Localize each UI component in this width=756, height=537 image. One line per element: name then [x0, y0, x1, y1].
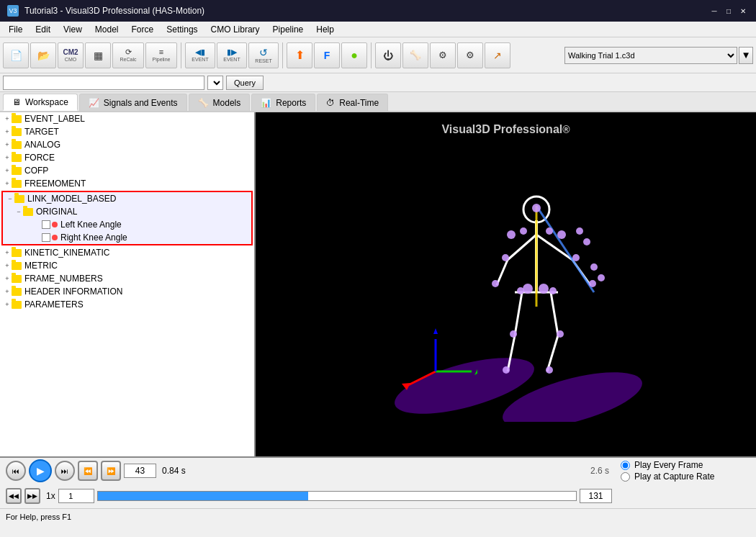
arrow-button[interactable]: ↗: [485, 42, 510, 68]
ff-end-button[interactable]: ⏭: [55, 461, 75, 481]
capture-rate-radio[interactable]: [621, 472, 630, 482]
recalc-button[interactable]: ⟳ ReCalc: [112, 42, 144, 68]
expander-force[interactable]: +: [3, 153, 12, 162]
frame-input[interactable]: [58, 489, 94, 503]
force-blob-button[interactable]: ●: [341, 42, 367, 68]
play-button[interactable]: ▶: [29, 459, 52, 482]
new-button[interactable]: 📄: [3, 42, 29, 68]
menu-edit[interactable]: Edit: [30, 23, 56, 36]
tree-item-original[interactable]: − ORIGINAL: [3, 205, 251, 218]
label-kinetic-kinematic: KINETIC_KINEMATIC: [24, 248, 109, 258]
event-prev-button[interactable]: ◀▮ EVENT: [185, 42, 215, 68]
expander-analog[interactable]: +: [3, 140, 12, 149]
menu-model[interactable]: Model: [89, 23, 125, 36]
tab-models[interactable]: 🦴 Models: [189, 94, 251, 111]
skeleton-button[interactable]: 🦴: [402, 42, 428, 68]
tree-item-link-model-based[interactable]: − LINK_MODEL_BASED: [3, 192, 251, 205]
app-icon: V3: [7, 5, 19, 17]
force-up-button[interactable]: ⬆: [287, 42, 312, 68]
expander-kinetic[interactable]: +: [3, 248, 12, 257]
expander-original[interactable]: −: [14, 207, 23, 216]
tab-workspace[interactable]: 🖥 Workspace: [3, 94, 78, 111]
recalc-label: ReCalc: [120, 57, 137, 62]
step-back-button[interactable]: ⏪: [78, 461, 98, 481]
expander-cofp[interactable]: +: [3, 166, 12, 175]
svg-point-28: [549, 287, 557, 294]
menu-pipeline[interactable]: Pipeline: [267, 23, 310, 36]
svg-line-15: [551, 292, 558, 335]
checkbox-left-knee[interactable]: [42, 220, 50, 229]
expander-metric[interactable]: +: [3, 261, 12, 270]
query-type-select[interactable]: [207, 76, 223, 90]
expander-freemoment[interactable]: +: [3, 179, 12, 188]
svg-point-26: [589, 280, 596, 287]
tree-item-freemoment[interactable]: + FREEMOMENT: [0, 177, 254, 190]
tree-item-frame-numbers[interactable]: + FRAME_NUMBERS: [0, 272, 254, 285]
menu-view[interactable]: View: [58, 23, 88, 36]
step-forward-small-button[interactable]: ▶▶: [24, 488, 40, 504]
step-back-small-button[interactable]: ◀◀: [6, 488, 22, 504]
menu-help[interactable]: Help: [310, 23, 340, 36]
menu-cmo-library[interactable]: CMO Library: [205, 23, 266, 36]
settings-right-button[interactable]: ⚙: [457, 42, 483, 68]
tab-signals[interactable]: 📈 Signals and Events: [79, 94, 187, 111]
checkbox-right-knee[interactable]: [42, 233, 50, 242]
svg-line-11: [536, 235, 572, 260]
tree-item-cofp[interactable]: + COFP: [0, 164, 254, 177]
expander-header-info[interactable]: +: [3, 287, 12, 296]
folder-metric: [12, 262, 22, 270]
models-tab-label: Models: [213, 98, 241, 108]
step-forward-button[interactable]: ⏩: [101, 461, 121, 481]
menu-force[interactable]: Force: [126, 23, 160, 36]
every-frame-radio[interactable]: [621, 461, 630, 470]
file-dropdown[interactable]: Walking Trial 1.c3d: [564, 47, 737, 64]
power-button[interactable]: ⏻: [375, 42, 401, 68]
reset-button[interactable]: ↺ RESET: [248, 42, 279, 68]
tree-item-parameters[interactable]: + PARAMETERS: [0, 298, 254, 311]
expander-event-label[interactable]: +: [3, 114, 12, 123]
cmo-button[interactable]: CM2 CMO: [58, 42, 84, 68]
force-f-button[interactable]: F: [314, 42, 340, 68]
tree-item-event-label[interactable]: + EVENT_LABEL: [0, 112, 254, 125]
file-dropdown-btn[interactable]: ▼: [739, 47, 753, 64]
query-button[interactable]: Query: [226, 76, 264, 90]
menu-file[interactable]: File: [3, 23, 28, 36]
svg-point-38: [590, 263, 598, 271]
expander-frame-numbers[interactable]: +: [3, 274, 12, 283]
label-metric: METRIC: [24, 261, 58, 271]
expander-target[interactable]: +: [3, 127, 12, 136]
minimize-button[interactable]: ─: [708, 5, 720, 17]
cmo-icon: CM2: [63, 48, 78, 56]
expander-link-model-based[interactable]: −: [6, 194, 14, 203]
speed-display: 1x: [46, 491, 55, 501]
menu-settings[interactable]: Settings: [161, 23, 203, 36]
close-button[interactable]: ✕: [737, 5, 749, 17]
realtime-tab-label: Real-Time: [339, 98, 379, 108]
tree-item-target[interactable]: + TARGET: [0, 125, 254, 138]
tree-item-analog[interactable]: + ANALOG: [0, 138, 254, 151]
settings-left-button[interactable]: ⚙: [430, 42, 456, 68]
svg-point-22: [546, 227, 553, 235]
filter-button[interactable]: ▦: [85, 42, 111, 68]
tree-item-left-knee-angle[interactable]: + Left Knee Angle: [3, 218, 251, 231]
query-input[interactable]: [3, 76, 204, 90]
open-button[interactable]: 📂: [30, 42, 56, 68]
capture-rate-option[interactable]: Play at Capture Rate: [621, 471, 750, 482]
pipeline-button[interactable]: ≡ Pipeline: [145, 42, 177, 68]
tree-item-right-knee-angle[interactable]: + Right Knee Angle: [3, 231, 251, 244]
maximize-button[interactable]: □: [723, 5, 734, 17]
every-frame-option[interactable]: Play Every Frame: [621, 460, 750, 470]
tab-realtime[interactable]: ⏱ Real-Time: [317, 94, 388, 111]
svg-point-41: [576, 227, 583, 235]
expander-parameters[interactable]: +: [3, 300, 12, 309]
progress-track[interactable]: [97, 491, 577, 501]
reset-icon: ↺: [259, 48, 268, 58]
tree-item-metric[interactable]: + METRIC: [0, 259, 254, 272]
tree-item-header-info[interactable]: + HEADER INFORMATION: [0, 285, 254, 298]
event-next-button[interactable]: ▮▶ EVENT: [217, 42, 247, 68]
tab-reports[interactable]: 📊 Reports: [251, 94, 315, 111]
tree-item-kinetic-kinematic[interactable]: + KINETIC_KINEMATIC: [0, 246, 254, 259]
tree-item-force[interactable]: + FORCE: [0, 151, 254, 164]
rewind-start-button[interactable]: ⏮: [6, 461, 26, 481]
viewport[interactable]: Visual3D Professional®: [256, 112, 756, 456]
